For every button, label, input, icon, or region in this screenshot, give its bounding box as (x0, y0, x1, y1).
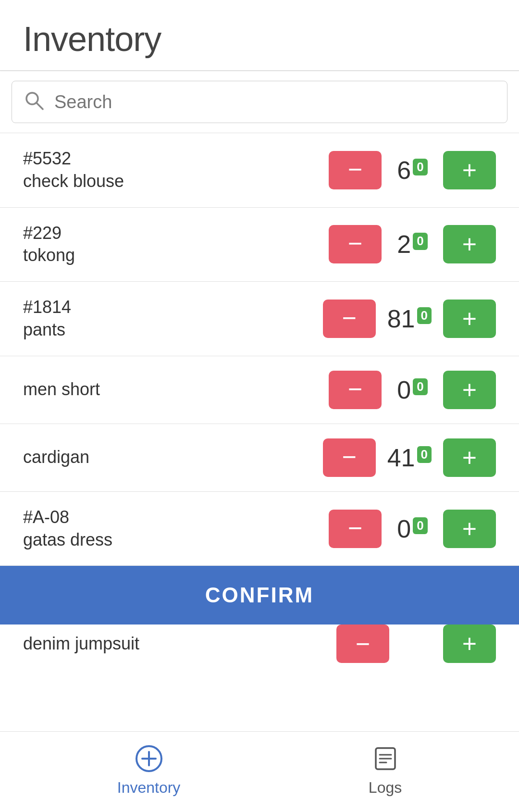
nav-label-inventory: Inventory (117, 779, 181, 797)
item-name-partial: denim jumpsuit (23, 634, 139, 653)
decrement-button[interactable]: − (329, 151, 382, 189)
quantity-badge: 0 (417, 446, 432, 463)
svg-line-1 (37, 103, 43, 109)
minus-icon: − (348, 157, 362, 182)
quantity-display: 81 0 (387, 306, 432, 331)
inventory-icon (134, 743, 164, 774)
item-name: pants (23, 319, 323, 341)
increment-button[interactable]: + (443, 151, 496, 189)
minus-icon: − (348, 231, 362, 256)
quantity-value: 41 (387, 445, 415, 470)
item-controls: − 81 0 + (323, 300, 496, 338)
item-controls: − 41 0 + (323, 438, 496, 477)
logs-icon (370, 743, 401, 774)
decrement-button[interactable]: − (323, 438, 376, 477)
table-row-partial: denim jumpsuit − + (0, 625, 519, 663)
table-row: #5532 check blouse − 6 0 + (0, 133, 519, 208)
nav-item-logs[interactable]: Logs (369, 743, 402, 797)
item-info: men short (23, 378, 329, 401)
plus-icon: + (462, 377, 477, 402)
decrement-button-partial[interactable]: − (336, 625, 389, 663)
search-bar (12, 81, 507, 123)
item-list: #5532 check blouse − 6 0 + #229 tokong (0, 133, 519, 731)
quantity-badge: 0 (413, 517, 427, 534)
minus-icon: − (342, 305, 357, 330)
bottom-nav: Inventory Logs (0, 731, 519, 812)
plus-icon: + (462, 306, 477, 331)
increment-button-partial[interactable]: + (443, 625, 496, 663)
item-controls: − 2 0 + (329, 225, 496, 263)
quantity-badge: 0 (413, 233, 427, 250)
increment-button[interactable]: + (443, 438, 496, 477)
item-controls: − 0 0 + (329, 510, 496, 548)
quantity-value: 6 (397, 158, 411, 183)
item-controls: − 6 0 + (329, 151, 496, 189)
item-info: #229 tokong (23, 222, 329, 267)
item-code: #1814 (23, 296, 323, 319)
quantity-display: 0 0 (393, 516, 432, 541)
table-row: #1814 pants − 81 0 + (0, 282, 519, 356)
search-input[interactable] (54, 92, 495, 112)
quantity-display: 0 0 (393, 377, 432, 402)
item-code: #A-08 (23, 506, 329, 529)
increment-button[interactable]: + (443, 225, 496, 263)
decrement-button[interactable]: − (329, 371, 382, 409)
item-code: #229 (23, 222, 329, 245)
quantity-value: 0 (397, 377, 411, 402)
increment-button[interactable]: + (443, 510, 496, 548)
quantity-badge: 0 (413, 378, 427, 395)
item-name: gatas dress (23, 529, 329, 551)
plus-icon: + (462, 158, 477, 183)
item-name: men short (23, 378, 329, 401)
quantity-value: 0 (397, 516, 411, 541)
nav-item-inventory[interactable]: Inventory (117, 743, 181, 797)
quantity-display: 6 0 (393, 158, 432, 183)
confirm-bar: CONFIRM (0, 566, 519, 625)
minus-icon: − (342, 444, 357, 469)
minus-icon: − (348, 515, 362, 540)
minus-icon: − (348, 376, 362, 401)
plus-icon: + (462, 516, 477, 541)
increment-button[interactable]: + (443, 371, 496, 409)
decrement-button[interactable]: − (323, 300, 376, 338)
quantity-badge: 0 (417, 307, 432, 324)
item-info: #5532 check blouse (23, 148, 329, 193)
quantity-display: 2 0 (393, 232, 432, 257)
search-container (0, 71, 519, 133)
plus-icon: + (462, 232, 477, 257)
item-name: tokong (23, 244, 329, 267)
table-row: #229 tokong − 2 0 + (0, 208, 519, 282)
item-info: #1814 pants (23, 296, 323, 341)
quantity-value: 81 (387, 306, 415, 331)
item-controls: − 0 0 + (329, 371, 496, 409)
table-row: cardigan − 41 0 + (0, 424, 519, 492)
decrement-button[interactable]: − (329, 225, 382, 263)
plus-icon: + (462, 629, 477, 658)
header: Inventory (0, 0, 519, 71)
quantity-badge: 0 (413, 159, 427, 175)
item-info: #A-08 gatas dress (23, 506, 329, 551)
plus-icon: + (462, 445, 477, 470)
item-name: cardigan (23, 446, 323, 469)
item-name: check blouse (23, 170, 329, 193)
minus-icon: − (356, 629, 370, 658)
item-code: #5532 (23, 148, 329, 170)
increment-button[interactable]: + (443, 300, 496, 338)
page-title: Inventory (23, 19, 496, 59)
quantity-value: 2 (397, 232, 411, 257)
decrement-button[interactable]: − (329, 510, 382, 548)
nav-label-logs: Logs (369, 779, 402, 797)
item-info: cardigan (23, 446, 323, 469)
search-icon (24, 90, 45, 114)
table-row: men short − 0 0 + (0, 356, 519, 424)
table-row: #A-08 gatas dress − 0 0 + (0, 492, 519, 566)
confirm-button[interactable]: CONFIRM (0, 566, 519, 625)
quantity-display: 41 0 (387, 445, 432, 470)
